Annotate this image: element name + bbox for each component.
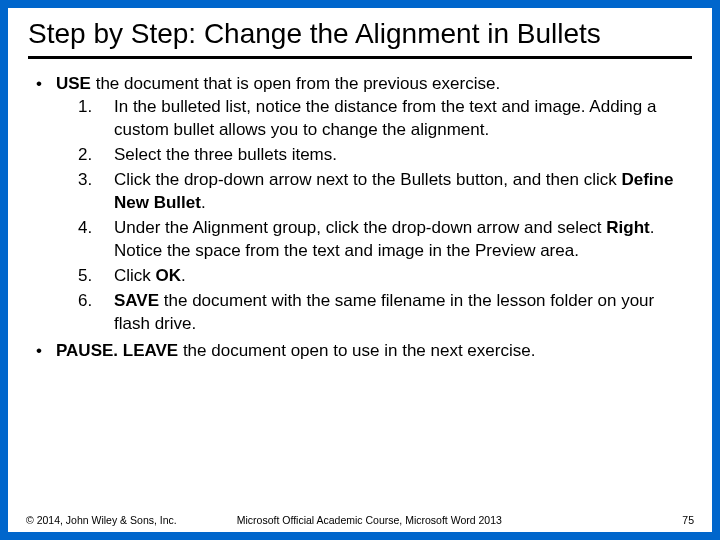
footer-copyright: © 2014, John Wiley & Sons, Inc. — [26, 514, 177, 526]
text-run: Under the Alignment group, click the dro… — [114, 218, 606, 237]
slide-content: • USE the document that is open from the… — [8, 59, 712, 362]
text-run: . — [181, 266, 186, 285]
text-run: Click the drop-down arrow next to the Bu… — [114, 170, 621, 189]
text-run: the document that is open from the previ… — [91, 74, 500, 93]
bold-run: SAVE — [114, 291, 159, 310]
bold-run: USE — [56, 74, 91, 93]
step-number: 4. — [68, 217, 114, 263]
list-item: 4. Under the Alignment group, click the … — [68, 217, 686, 263]
list-item: 6. SAVE the document with the same filen… — [68, 290, 686, 336]
step-text: Select the three bullets items. — [114, 144, 686, 167]
list-item: 1. In the bulleted list, notice the dist… — [68, 96, 686, 142]
step-text: Click OK. — [114, 265, 686, 288]
list-item: 5. Click OK. — [68, 265, 686, 288]
footer-page-number: 75 — [682, 514, 694, 526]
step-text: Click the drop-down arrow next to the Bu… — [114, 169, 686, 215]
step-text: In the bulleted list, notice the distanc… — [114, 96, 686, 142]
slide: Step by Step: Change the Alignment in Bu… — [0, 0, 720, 540]
bold-run: OK — [156, 266, 182, 285]
step-number: 6. — [68, 290, 114, 336]
text-run: Click — [114, 266, 156, 285]
text-run: . — [201, 193, 206, 212]
slide-footer: © 2014, John Wiley & Sons, Inc. Microsof… — [8, 514, 712, 526]
bold-run: Right — [606, 218, 649, 237]
bullet-text: USE the document that is open from the p… — [56, 73, 686, 337]
bullet-dot: • — [34, 340, 56, 363]
step-number: 3. — [68, 169, 114, 215]
step-text: Under the Alignment group, click the dro… — [114, 217, 686, 263]
slide-title: Step by Step: Change the Alignment in Bu… — [28, 18, 692, 50]
text-run: the document open to use in the next exe… — [178, 341, 535, 360]
text-run: the document with the same filename in t… — [114, 291, 654, 333]
bullet-item: • USE the document that is open from the… — [34, 73, 686, 337]
list-item: 3. Click the drop-down arrow next to the… — [68, 169, 686, 215]
title-block: Step by Step: Change the Alignment in Bu… — [8, 8, 712, 59]
bullet-text: PAUSE. LEAVE the document open to use in… — [56, 340, 686, 363]
list-item: 2. Select the three bullets items. — [68, 144, 686, 167]
bold-run: PAUSE. LEAVE — [56, 341, 178, 360]
text-run: In the bulleted list, notice the distanc… — [114, 97, 656, 139]
bullet-item: • PAUSE. LEAVE the document open to use … — [34, 340, 686, 363]
footer-center: Microsoft Official Academic Course, Micr… — [177, 514, 683, 526]
step-number: 5. — [68, 265, 114, 288]
step-text: SAVE the document with the same filename… — [114, 290, 686, 336]
step-number: 1. — [68, 96, 114, 142]
bullet-dot: • — [34, 73, 56, 337]
numbered-list: 1. In the bulleted list, notice the dist… — [56, 96, 686, 335]
text-run: Select the three bullets items. — [114, 145, 337, 164]
step-number: 2. — [68, 144, 114, 167]
